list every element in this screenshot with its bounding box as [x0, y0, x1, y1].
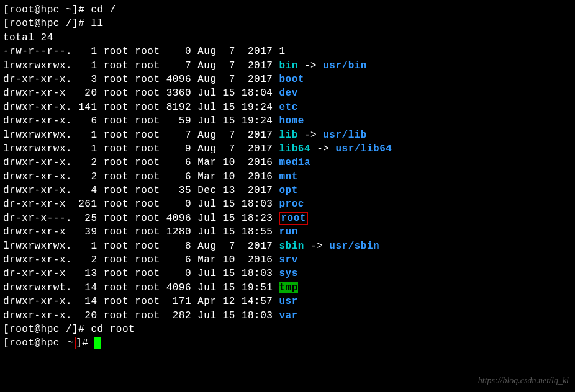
file-entry: drwxr-xr-x. 4 root root 35 Dec 13 2017 o…	[3, 184, 572, 197]
terminal-output[interactable]: [root@hpc ~]# cd / [root@hpc /]# ll tota…	[3, 3, 572, 350]
symlink-arrow: ->	[310, 143, 335, 154]
permissions: -rw-r--r--.	[3, 46, 72, 57]
owner: root	[97, 241, 129, 252]
date: Mar 10 2016	[191, 254, 273, 265]
file-entry: dr-xr-xr-x. 3 root root 4096 Aug 7 2017 …	[3, 73, 572, 86]
permissions: drwxr-xr-x.	[3, 296, 72, 307]
size: 282	[160, 310, 192, 321]
permissions: drwxr-xr-x.	[3, 310, 72, 321]
permissions: drwxr-xr-x.	[3, 102, 72, 113]
file-entry: -rw-r--r--. 1 root root 0 Aug 7 2017 1	[3, 45, 572, 58]
group: root	[129, 102, 160, 113]
size: 4096	[160, 213, 192, 224]
file-entry: dr-xr-xr-x 261 root root 0 Jul 15 18:03 …	[3, 197, 572, 211]
date: Jul 15 18:03	[191, 268, 273, 279]
prompt: [root@hpc /]#	[3, 18, 91, 29]
link-count: 20	[72, 310, 97, 321]
command-line: [root@hpc /]# cd root	[3, 323, 572, 336]
symlink-arrow: ->	[304, 241, 329, 252]
file-entry: drwxr-xr-x. 20 root root 282 Jul 15 18:0…	[3, 309, 572, 323]
file-name: media	[279, 157, 311, 168]
permissions: drwxr-xr-x.	[3, 115, 72, 127]
link-count: 14	[72, 296, 97, 307]
size: 8192	[160, 102, 192, 113]
owner: root	[97, 46, 129, 57]
prompt-part: [root@hpc	[3, 337, 66, 349]
link-count: 2	[72, 157, 97, 168]
date: Apr 12 14:57	[191, 296, 273, 307]
command-text: cd root	[91, 324, 135, 335]
owner: root	[97, 185, 129, 196]
file-name: srv	[279, 254, 298, 265]
file-entry: drwxr-xr-x. 2 root root 6 Mar 10 2016 sr…	[3, 253, 572, 267]
size: 4096	[160, 282, 192, 293]
group: root	[129, 282, 160, 293]
prompt: [root@hpc ~]#	[3, 4, 91, 16]
date: Jul 15 18:55	[191, 226, 273, 238]
date: Jul 15 18:04	[191, 87, 273, 99]
file-name: sbin	[279, 241, 304, 252]
file-entry: lrwxrwxrwx. 1 root root 9 Aug 7 2017 lib…	[3, 142, 572, 156]
size: 0	[160, 198, 192, 210]
symlink-target: usr/bin	[323, 60, 367, 71]
permissions: lrwxrwxrwx.	[3, 60, 72, 71]
file-name: tmp	[279, 282, 298, 293]
permissions: dr-xr-xr-x.	[3, 74, 72, 85]
file-name: usr	[279, 296, 298, 307]
permissions: drwxr-xr-x	[3, 226, 72, 238]
group: root	[129, 213, 160, 224]
permissions: lrwxrwxrwx.	[3, 241, 72, 252]
date: Jul 15 18:23	[191, 213, 273, 224]
owner: root	[97, 130, 129, 141]
symlink-target: usr/sbin	[329, 241, 379, 252]
file-entry: lrwxrwxrwx. 1 root root 7 Aug 7 2017 bin…	[3, 59, 572, 73]
owner: root	[97, 226, 129, 238]
group: root	[129, 254, 160, 265]
file-entry: lrwxrwxrwx. 1 root root 7 Aug 7 2017 lib…	[3, 128, 572, 142]
date: Aug 7 2017	[191, 46, 273, 57]
owner: root	[97, 74, 129, 85]
size: 0	[160, 268, 192, 279]
file-listing: -rw-r--r--. 1 root root 0 Aug 7 2017 1lr…	[3, 45, 572, 323]
command-text: ll	[91, 18, 103, 29]
link-count: 2	[72, 171, 97, 182]
command-line-active[interactable]: [root@hpc ~]#	[3, 336, 572, 350]
size: 4096	[160, 74, 192, 85]
link-count: 20	[72, 87, 97, 99]
group: root	[129, 143, 160, 154]
group: root	[129, 296, 160, 307]
group: root	[129, 185, 160, 196]
link-count: 261	[72, 198, 97, 210]
permissions: drwxr-xr-x	[3, 87, 72, 99]
command-line: [root@hpc ~]# cd /	[3, 3, 572, 17]
owner: root	[97, 60, 129, 71]
permissions: lrwxrwxrwx.	[3, 143, 72, 154]
size: 6	[160, 254, 192, 265]
link-count: 2	[72, 254, 97, 265]
file-name: root	[281, 213, 306, 224]
file-name: opt	[279, 185, 298, 196]
link-count: 13	[72, 268, 97, 279]
owner: root	[97, 213, 129, 224]
group: root	[129, 226, 160, 238]
total-line: total 24	[3, 31, 572, 45]
group: root	[129, 74, 160, 85]
symlink-arrow: ->	[298, 130, 323, 141]
date: Dec 13 2017	[191, 185, 273, 196]
permissions: drwxrwxrwt.	[3, 282, 72, 293]
owner: root	[97, 157, 129, 168]
file-entry: drwxr-xr-x. 2 root root 6 Mar 10 2016 mn…	[3, 170, 572, 184]
link-count: 4	[72, 185, 97, 196]
group: root	[129, 87, 160, 99]
link-count: 1	[72, 241, 97, 252]
file-name: var	[279, 310, 298, 321]
command-line: [root@hpc /]# ll	[3, 17, 572, 30]
file-name: lib64	[279, 143, 311, 154]
file-name: home	[279, 115, 304, 127]
owner: root	[97, 198, 129, 210]
date: Aug 7 2017	[191, 130, 273, 141]
group: root	[129, 171, 160, 182]
tilde-highlighted: ~	[66, 337, 76, 349]
size: 1280	[160, 226, 192, 238]
file-entry: dr-xr-x---. 25 root root 4096 Jul 15 18:…	[3, 212, 572, 225]
